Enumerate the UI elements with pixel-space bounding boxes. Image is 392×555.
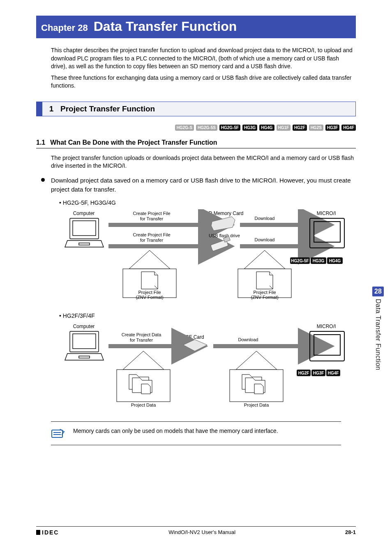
intro-paragraph-1: This chapter describes the project trans… <box>51 46 356 71</box>
sd-card-icon <box>211 217 235 231</box>
section-number: 1 <box>42 104 60 113</box>
svg-text:HG4G: HG4G <box>329 259 341 263</box>
chapter-banner: Chapter 28 Data Transfer Function <box>36 16 356 38</box>
note-icon <box>51 428 65 439</box>
subsection-heading: 1.1What Can Be Done with the Project Tra… <box>36 139 356 148</box>
bullet-download: Download project data saved on a memory … <box>51 176 356 194</box>
svg-rect-30 <box>79 356 90 358</box>
subsection-body: The project transfer function uploads or… <box>51 154 356 170</box>
side-tab-text: Data Transfer Function <box>374 299 382 370</box>
svg-marker-6 <box>211 217 235 231</box>
label-micro: MICRO/I <box>317 324 336 329</box>
section-title: Project Transfer Function <box>60 103 155 115</box>
subsection-title: What Can Be Done with the Project Transf… <box>50 139 217 146</box>
svg-rect-49 <box>52 430 62 437</box>
laptop-icon <box>65 218 104 247</box>
model-badge: HG3G <box>242 125 257 131</box>
file-icon <box>141 272 158 289</box>
svg-text:Download: Download <box>238 337 258 342</box>
intro-paragraph-2: These three functions for exchanging dat… <box>51 74 356 90</box>
svg-text:Project File: Project File <box>138 290 161 295</box>
svg-text:for Transfer: for Transfer <box>140 238 164 243</box>
svg-rect-14 <box>310 218 344 248</box>
label-micro: MICRO/I <box>317 210 336 216</box>
svg-text:for Transfer: for Transfer <box>140 216 164 221</box>
model-badge: HG2F <box>293 125 307 131</box>
svg-rect-38 <box>314 335 340 355</box>
chapter-label: Chapter 28 <box>41 23 88 33</box>
diagram-a-badges: HG2G-5F HG3G HG4G <box>290 257 343 264</box>
model-badge: HG2G-S <box>175 125 194 131</box>
svg-marker-36 <box>183 340 207 351</box>
svg-text:for Transfer: for Transfer <box>130 338 153 342</box>
folder-stack-icon <box>129 375 152 394</box>
diagram-b-badges: HG2F HG3F HG4F <box>297 370 340 376</box>
label-download: Download <box>255 216 275 221</box>
svg-text:HG3G: HG3G <box>313 259 325 263</box>
svg-text:Create Project Data: Create Project Data <box>122 332 161 337</box>
label-usb: USB flash drive <box>209 233 240 238</box>
svg-rect-2 <box>79 243 90 245</box>
laptop-icon <box>65 331 104 360</box>
model-badge: HG2S <box>309 125 323 131</box>
svg-rect-1 <box>73 221 96 236</box>
svg-text:(ZNV Format): (ZNV Format) <box>136 295 163 300</box>
footer-center: WindO/I-NV2 User's Manual <box>168 529 235 535</box>
svg-text:Create Project File: Create Project File <box>133 232 170 237</box>
diagram-a-sub: • HG2G-5F, HG3G/4G <box>59 199 356 206</box>
cf-card-icon <box>183 340 207 351</box>
diagram-b-sub: • HG2F/3F/4F <box>59 312 356 319</box>
page-footer: IDEC WindO/I-NV2 User's Manual 28-1 <box>36 526 356 535</box>
side-tab-number: 28 <box>372 287 384 296</box>
label-computer: Computer <box>73 324 95 329</box>
model-badge: HG2G-5F <box>219 125 240 131</box>
model-badge: HG4F <box>341 125 356 131</box>
svg-text:HG2G-5F: HG2G-5F <box>291 259 309 263</box>
svg-text:HG3F: HG3F <box>313 371 324 375</box>
chapter-title: Data Transfer Function <box>94 19 237 34</box>
svg-rect-29 <box>73 334 96 349</box>
svg-rect-15 <box>314 222 340 242</box>
model-badges-row: HG2G-S HG2G-5S HG2G-5F HG3G HG4G HG1F HG… <box>36 124 356 131</box>
svg-rect-37 <box>310 331 344 361</box>
model-badge: HG1F <box>277 125 291 131</box>
svg-text:Project Data: Project Data <box>131 402 156 407</box>
svg-text:Project Data: Project Data <box>244 402 269 407</box>
model-badge: HG2G-5S <box>196 125 217 131</box>
label-create1: Create Project File <box>133 211 170 216</box>
file-icon <box>256 272 273 289</box>
label-cf: CF Card <box>185 334 204 340</box>
micro-i-icon <box>310 218 344 248</box>
side-tab: 28 Data Transfer Function <box>371 287 385 370</box>
svg-text:Download: Download <box>255 237 275 242</box>
section-header: 1 Project Transfer Function <box>36 102 356 116</box>
note-block: Memory cards can only be used on models … <box>51 421 341 445</box>
label-computer: Computer <box>73 210 95 216</box>
svg-text:HG4F: HG4F <box>328 371 339 375</box>
model-badge: HG4G <box>259 125 274 131</box>
model-badge: HG3F <box>325 125 340 131</box>
folder-stack-icon <box>242 375 265 394</box>
svg-text:Project File: Project File <box>253 290 276 295</box>
subsection-number: 1.1 <box>36 139 45 146</box>
footer-page-number: 28-1 <box>345 529 356 535</box>
micro-i-icon <box>310 331 344 361</box>
diagram-b: Computer CF Card MICRO/I Create Project … <box>59 322 356 414</box>
usb-icon <box>210 236 230 251</box>
svg-text:(ZNV Format): (ZNV Format) <box>251 295 278 300</box>
note-text: Memory cards can only be used on models … <box>73 428 278 434</box>
footer-brand: IDEC <box>36 530 59 535</box>
diagram-a: Computer SD Memory Card MICRO/I Create P… <box>59 209 356 305</box>
label-sd: SD Memory Card <box>205 210 244 216</box>
svg-text:HG2F: HG2F <box>298 371 309 375</box>
